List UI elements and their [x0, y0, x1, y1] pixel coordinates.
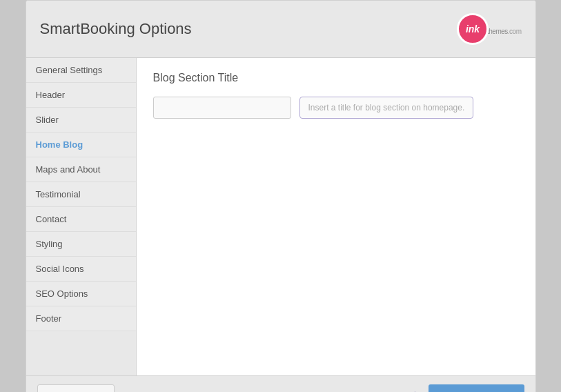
save-button[interactable]: Save All Changes: [429, 384, 524, 392]
footer-bar: Reset Options ► Save All Changes: [26, 375, 535, 392]
logo-text: themes.com: [487, 21, 521, 37]
sidebar: General Settings Header Slider Home Blog…: [26, 58, 137, 375]
section-title: Blog Section Title: [153, 72, 519, 84]
sidebar-item-maps-and-about[interactable]: Maps and About: [26, 157, 136, 182]
sidebar-item-general-settings[interactable]: General Settings: [26, 58, 136, 83]
sidebar-spacer: [26, 331, 136, 359]
arrow-right-icon: ►: [412, 387, 426, 392]
blog-title-row: Insert a title for blog section on homep…: [153, 97, 519, 119]
header-bar: SmartBooking Options ink themes.com: [26, 1, 535, 58]
content-area: Blog Section Title Insert a title for bl…: [137, 58, 535, 375]
sidebar-item-home-blog[interactable]: Home Blog: [26, 133, 136, 157]
sidebar-item-social-icons[interactable]: Social Icons: [26, 257, 136, 282]
body-area: General Settings Header Slider Home Blog…: [26, 58, 535, 375]
reset-button[interactable]: Reset Options: [37, 384, 115, 392]
sidebar-item-slider[interactable]: Slider: [26, 108, 136, 133]
sidebar-item-contact[interactable]: Contact: [26, 207, 136, 232]
sidebar-item-header[interactable]: Header: [26, 83, 136, 108]
sidebar-item-seo-options[interactable]: SEO Options: [26, 282, 136, 306]
sidebar-item-footer[interactable]: Footer: [26, 306, 136, 331]
page-title: SmartBooking Options: [40, 20, 192, 38]
sidebar-item-styling[interactable]: Styling: [26, 232, 136, 257]
logo-icon: ink: [457, 13, 489, 45]
logo: ink themes.com: [457, 13, 521, 45]
hint-box: Insert a title for blog section on homep…: [299, 97, 474, 119]
sidebar-item-testimonial[interactable]: Testimonial: [26, 182, 136, 207]
save-area: ► Save All Changes: [412, 384, 524, 392]
main-container: SmartBooking Options ink themes.com Gene…: [26, 0, 536, 392]
blog-title-input[interactable]: [153, 97, 291, 119]
